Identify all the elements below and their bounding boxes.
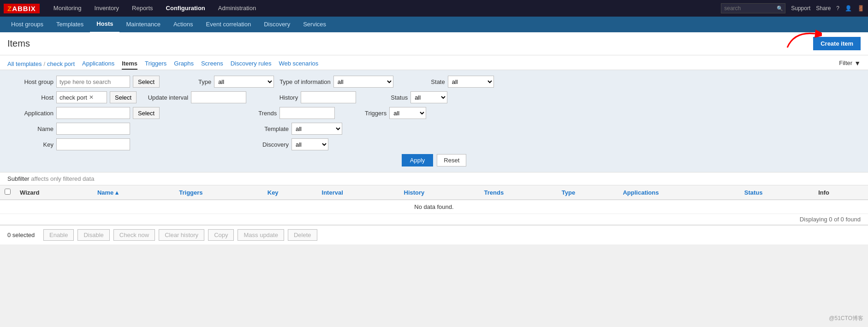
subfilter-label: Subfilter	[7, 175, 30, 182]
filter-group-status: Status all	[362, 91, 447, 103]
table-header: Wizard Name ▴ Triggers Key Interval Hist…	[0, 185, 868, 200]
user-icon[interactable]: 👤	[845, 5, 852, 12]
tab-triggers[interactable]: Triggers	[145, 58, 166, 70]
col-status[interactable]: Status	[740, 185, 814, 200]
col-interval[interactable]: Interval	[317, 185, 399, 200]
apply-button[interactable]: Apply	[402, 154, 434, 166]
delete-button[interactable]: Delete	[288, 229, 317, 241]
top-nav-items: Monitoring Inventory Reports Configurati…	[47, 0, 721, 17]
breadcrumb: All templates / check port	[7, 60, 75, 67]
subnav-services[interactable]: Services	[297, 17, 333, 32]
type-label: Type	[165, 78, 211, 85]
logout-icon[interactable]: 🚪	[857, 5, 864, 12]
status-select[interactable]: all	[410, 91, 447, 103]
checknow-button[interactable]: Check now	[113, 229, 155, 241]
subnav-templates[interactable]: Templates	[50, 17, 90, 32]
typeofinfo-select[interactable]: all	[333, 76, 393, 88]
create-item-button[interactable]: Create item	[813, 37, 861, 50]
col-key[interactable]: Key	[263, 185, 317, 200]
tab-applications[interactable]: Applications	[82, 58, 114, 70]
search-wrapper: 🔍	[721, 3, 785, 13]
trends-input[interactable]	[279, 107, 335, 119]
filter-toggle[interactable]: Filter ▼	[839, 59, 861, 69]
tab-graphs[interactable]: Graphs	[174, 58, 194, 70]
filter-area: Host group Select Type all Type of infor…	[0, 70, 868, 172]
table-area: Wizard Name ▴ Triggers Key Interval Hist…	[0, 185, 868, 214]
template-select[interactable]: all	[291, 123, 342, 135]
nav-administration[interactable]: Administration	[212, 0, 262, 17]
clearhistory-button[interactable]: Clear history	[159, 229, 204, 241]
state-label: State	[399, 78, 445, 85]
hostgroup-input[interactable]	[56, 76, 130, 88]
updateinterval-label: Update interval	[142, 94, 188, 101]
breadcrumb-alltemplates[interactable]: All templates	[7, 60, 42, 67]
filter-group-history: History	[252, 91, 356, 103]
tab-discoveryrules[interactable]: Discovery rules	[231, 58, 272, 70]
reset-button[interactable]: Reset	[437, 154, 466, 166]
tab-webscenarios[interactable]: Web scenarios	[279, 58, 319, 70]
col-history[interactable]: History	[399, 185, 480, 200]
subnav-eventcorrelation[interactable]: Event correlation	[200, 17, 258, 32]
application-select-button[interactable]: Select	[133, 107, 160, 119]
subnav-hostgroups[interactable]: Host groups	[5, 17, 50, 32]
subfilter-bar: Subfilter affects only filtered data	[0, 172, 868, 185]
subnav-actions[interactable]: Actions	[167, 17, 200, 32]
help-icon[interactable]: ?	[836, 5, 839, 12]
search-input[interactable]	[721, 3, 785, 13]
updateinterval-input[interactable]	[191, 91, 246, 103]
hostgroup-select-button[interactable]: Select	[133, 76, 160, 88]
hostgroup-label: Host group	[7, 78, 54, 85]
discovery-select[interactable]: all	[291, 138, 328, 150]
subnav-hosts[interactable]: Hosts	[90, 16, 119, 33]
subnav-maintenance[interactable]: Maintenance	[119, 17, 166, 32]
type-select[interactable]: all	[214, 76, 274, 88]
col-checkbox	[0, 185, 15, 200]
discovery-label: Discovery	[243, 141, 289, 148]
support-link[interactable]: Support	[791, 5, 810, 12]
no-data-row: No data found.	[0, 200, 868, 214]
host-select-button[interactable]: Select	[110, 91, 137, 103]
nav-inventory[interactable]: Inventory	[88, 0, 125, 17]
table-body: No data found.	[0, 200, 868, 214]
col-name[interactable]: Name ▴	[93, 185, 174, 200]
copy-button[interactable]: Copy	[208, 229, 234, 241]
application-input[interactable]	[56, 107, 130, 119]
col-triggers[interactable]: Triggers	[174, 185, 263, 200]
no-data-cell: No data found.	[0, 200, 868, 214]
filter-label: Filter	[839, 59, 852, 66]
select-all-checkbox[interactable]	[5, 189, 11, 195]
nav-monitoring[interactable]: Monitoring	[47, 0, 88, 17]
history-label: History	[252, 94, 298, 101]
enable-button[interactable]: Enable	[43, 229, 74, 241]
share-link[interactable]: Share	[816, 5, 831, 12]
name-input[interactable]	[56, 123, 130, 135]
template-label: Template	[243, 125, 289, 132]
host-tag-remove[interactable]: ✕	[89, 94, 94, 101]
trends-label: Trends	[231, 110, 277, 117]
col-type[interactable]: Type	[557, 185, 618, 200]
triggers-select[interactable]: all	[389, 107, 426, 119]
subnav-discovery[interactable]: Discovery	[257, 17, 297, 32]
filter-row-1: Host group Select Type all Type of infor…	[7, 76, 861, 88]
nav-configuration[interactable]: Configuration	[160, 0, 212, 17]
disable-button[interactable]: Disable	[77, 229, 109, 241]
bottom-bar: 0 selected Enable Disable Check now Clea…	[0, 225, 868, 244]
name-label: Name	[7, 125, 54, 132]
tab-items[interactable]: Items	[122, 58, 137, 70]
key-input[interactable]	[56, 138, 130, 150]
items-table: Wizard Name ▴ Triggers Key Interval Hist…	[0, 185, 868, 214]
history-input[interactable]	[301, 91, 356, 103]
zabbix-logo[interactable]: ZABBIX	[4, 4, 40, 13]
state-select[interactable]: all	[448, 76, 494, 88]
filter-group-hostgroup: Host group Select	[7, 76, 160, 88]
nav-reports[interactable]: Reports	[125, 0, 160, 17]
tab-screens[interactable]: Screens	[201, 58, 223, 70]
massupdate-button[interactable]: Mass update	[238, 229, 284, 241]
filter-group-typeofinfo: Type of information all	[279, 76, 393, 88]
filter-buttons: Apply Reset	[7, 154, 861, 166]
breadcrumb-checkport[interactable]: check port	[47, 60, 75, 67]
col-trends[interactable]: Trends	[480, 185, 557, 200]
sub-navigation: Host groups Templates Hosts Maintenance …	[0, 17, 868, 32]
application-label: Application	[7, 110, 54, 117]
col-applications[interactable]: Applications	[618, 185, 739, 200]
